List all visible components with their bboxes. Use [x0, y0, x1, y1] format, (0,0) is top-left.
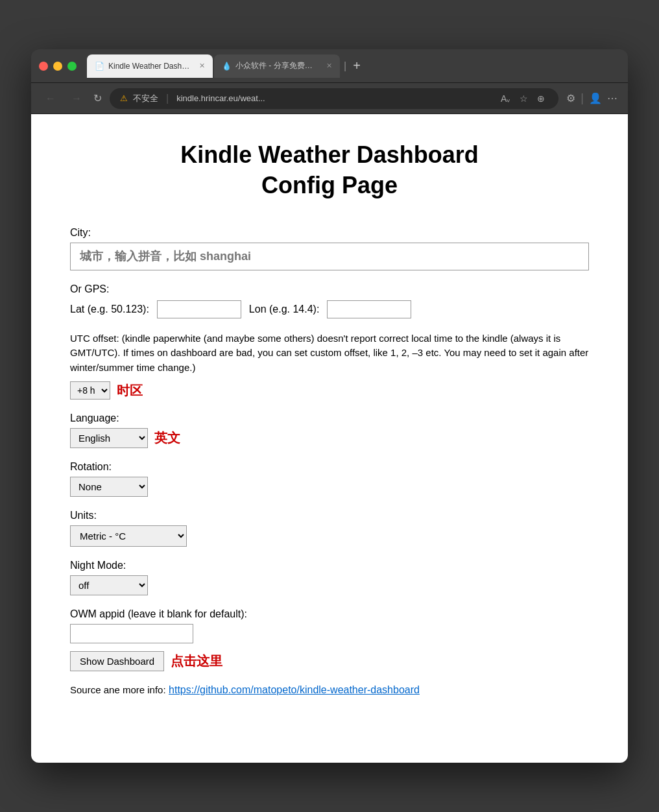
language-row: English Czech German French Spanish 英文 [70, 428, 589, 448]
extensions-toolbar-icon[interactable]: ⚙ [566, 92, 575, 104]
owm-section: OWM appid (leave it blank for default): … [70, 608, 589, 671]
source-label: Source ane more info: [70, 684, 166, 695]
browser-window: 📄 Kindle Weather Dashboard Co ✕ 💧 小众软件 -… [31, 49, 628, 763]
address-bar[interactable]: ⚠ 不安全 | kindle.hrincar.eu/weat... Aᵥ ☆ ⊕ [110, 88, 558, 109]
city-input[interactable] [70, 243, 589, 270]
language-select[interactable]: English Czech German French Spanish [70, 428, 148, 448]
lon-input[interactable] [327, 300, 411, 318]
tab-page-icon: 📄 [95, 62, 104, 71]
city-section: City: [70, 227, 589, 270]
insecure-icon: ⚠ [120, 93, 128, 103]
gps-label: Or GPS: [70, 283, 589, 295]
tab-bar: 📄 Kindle Weather Dashboard Co ✕ 💧 小众软件 -… [87, 54, 620, 78]
page-content: Kindle Weather DashboardConfig Page City… [31, 114, 628, 763]
night-mode-label: Night Mode: [70, 560, 589, 571]
tab-kindle-weather[interactable]: 📄 Kindle Weather Dashboard Co ✕ [87, 54, 213, 78]
tab-close-button[interactable]: ✕ [199, 62, 205, 70]
rotation-label: Rotation: [70, 461, 589, 473]
night-mode-section: Night Mode: off on [70, 560, 589, 595]
utc-section: UTC offset: (kindle paperwhite (and mayb… [70, 331, 589, 400]
menu-icon[interactable]: ⋯ [607, 92, 617, 104]
forward-button[interactable]: → [67, 90, 86, 107]
refresh-button[interactable]: ↻ [93, 92, 102, 104]
tab-label-xiazhong: 小众软件 - 分享免费、小巧、实 [235, 60, 320, 71]
night-mode-select[interactable]: off on [70, 575, 148, 595]
page-title: Kindle Weather DashboardConfig Page [70, 140, 589, 201]
language-label: Language: [70, 412, 589, 424]
language-annotation: 英文 [154, 429, 180, 447]
show-dashboard-button[interactable]: Show Dashboard [70, 651, 164, 671]
tab-label-kindle: Kindle Weather Dashboard Co [108, 62, 193, 71]
favorite-icon[interactable]: ☆ [516, 92, 531, 105]
maximize-button[interactable] [67, 62, 77, 71]
back-button[interactable]: ← [42, 90, 60, 107]
tab-close-button-2[interactable]: ✕ [326, 62, 332, 70]
utc-annotation: 时区 [117, 382, 143, 400]
extensions-icon[interactable]: ⊕ [534, 92, 548, 105]
minimize-button[interactable] [53, 62, 62, 71]
gps-section: Or GPS: Lat (e.g. 50.123): Lon (e.g. 14.… [70, 283, 589, 318]
lon-label: Lon (e.g. 14.4): [249, 304, 320, 315]
owm-input[interactable] [70, 624, 193, 643]
source-link[interactable]: https://github.com/matopeto/kindle-weath… [169, 684, 420, 695]
rotation-section: Rotation: None 90° 180° 270° [70, 461, 589, 497]
address-url: kindle.hrincar.eu/weat... [176, 93, 265, 103]
source-section: Source ane more info: https://github.com… [70, 684, 589, 696]
units-select[interactable]: Metric - °C Imperial - °F [70, 525, 187, 547]
utc-description: UTC offset: (kindle paperwhite (and mayb… [70, 331, 589, 376]
utc-select[interactable]: +8 h [70, 381, 110, 400]
addressbar: ← → ↻ ⚠ 不安全 | kindle.hrincar.eu/weat... … [31, 83, 628, 114]
utc-row: +8 h 时区 [70, 381, 589, 400]
traffic-lights [39, 62, 77, 71]
units-label: Units: [70, 510, 589, 521]
rotation-select[interactable]: None 90° 180° 270° [70, 477, 148, 497]
show-dashboard-row: Show Dashboard 点击这里 [70, 651, 589, 671]
lat-input[interactable] [157, 300, 241, 318]
browser-toolbar: ⚙ | 👤 ⋯ [566, 91, 617, 105]
new-tab-button[interactable]: + [353, 58, 361, 73]
tab-xiazhong[interactable]: 💧 小众软件 - 分享免费、小巧、实 ✕ [214, 54, 340, 78]
address-separator: | [166, 93, 169, 104]
lat-label: Lat (e.g. 50.123): [70, 304, 149, 315]
toolbar-separator: | [581, 91, 584, 105]
gps-inputs-row: Lat (e.g. 50.123): Lon (e.g. 14.4): [70, 300, 589, 318]
language-section: Language: English Czech German French Sp… [70, 412, 589, 448]
owm-label: OWM appid (leave it blank for default): [70, 608, 589, 620]
city-label: City: [70, 227, 589, 239]
show-dashboard-annotation: 点击这里 [171, 652, 222, 670]
units-section: Units: Metric - °C Imperial - °F [70, 510, 589, 547]
tab-separator: | [344, 60, 346, 72]
tab-water-icon: 💧 [222, 62, 232, 71]
insecure-label: 不安全 [133, 93, 158, 104]
titlebar: 📄 Kindle Weather Dashboard Co ✕ 💧 小众软件 -… [31, 49, 628, 83]
avatar-icon[interactable]: 👤 [589, 92, 602, 104]
close-button[interactable] [39, 62, 48, 71]
read-mode-icon[interactable]: Aᵥ [497, 92, 514, 105]
address-action-icons: Aᵥ ☆ ⊕ [497, 92, 548, 105]
